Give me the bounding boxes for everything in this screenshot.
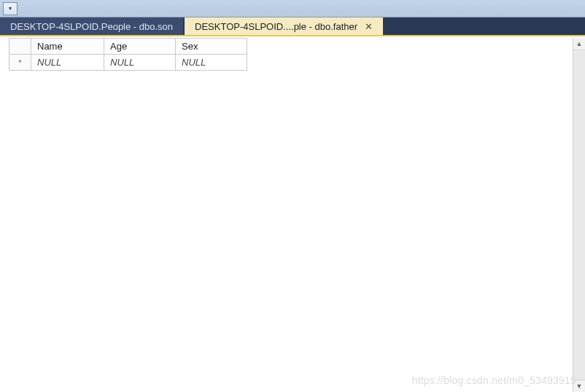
cell-age[interactable]: NULL [104, 55, 176, 71]
row-header-corner [9, 39, 31, 55]
tab-label: DESKTOP-4SLPOID....ple - dbo.father [195, 21, 357, 32]
null-value: NULL [37, 57, 61, 68]
null-value: NULL [182, 57, 206, 68]
content-area: Name Age Sex * NULL NULL NULL [0, 38, 585, 392]
watermark-text: https://blog.csdn.net/m0_53493915 [412, 375, 576, 386]
column-header-age[interactable]: Age [104, 39, 176, 55]
new-row-marker: * [9, 55, 31, 71]
chevron-down-icon: ▾ [9, 5, 12, 12]
tab-label: DESKTOP-4SLPOID.People - dbo.son [10, 21, 173, 32]
top-toolbar: ▾ [0, 0, 585, 17]
toolbar-dropdown[interactable]: ▾ [3, 2, 18, 15]
header-row: Name Age Sex [9, 39, 247, 55]
tab-bar: DESKTOP-4SLPOID.People - dbo.son DESKTOP… [0, 17, 585, 36]
cell-sex[interactable]: NULL [176, 55, 247, 71]
scroll-up-icon[interactable]: ▲ [573, 38, 585, 50]
tab-dbo-son[interactable]: DESKTOP-4SLPOID.People - dbo.son [0, 17, 183, 35]
vertical-scrollbar[interactable]: ▲ ▼ [573, 38, 585, 392]
tab-dbo-father[interactable]: DESKTOP-4SLPOID....ple - dbo.father ✕ [185, 17, 383, 35]
column-header-sex[interactable]: Sex [176, 39, 247, 55]
cell-name[interactable]: NULL [31, 55, 104, 71]
column-header-name[interactable]: Name [31, 39, 104, 55]
left-gutter [0, 38, 9, 392]
table-row[interactable]: * NULL NULL NULL [9, 55, 247, 71]
close-icon[interactable]: ✕ [365, 22, 373, 31]
null-value: NULL [110, 57, 134, 68]
data-grid[interactable]: Name Age Sex * NULL NULL NULL [9, 38, 247, 71]
